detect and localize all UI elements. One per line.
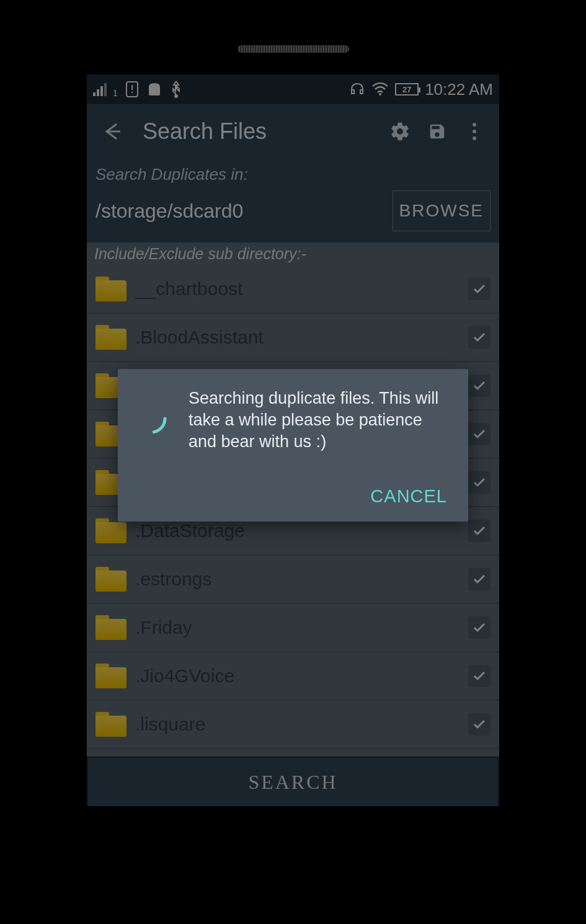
svg-point-10 xyxy=(473,123,476,127)
dialog-actions: CANCEL xyxy=(133,478,453,515)
status-bar: 1 27 10:22 AM xyxy=(87,74,499,104)
svg-rect-3 xyxy=(104,83,107,96)
folder-name: .BloodAssistant xyxy=(135,327,459,348)
battery-icon: 27 xyxy=(395,83,419,96)
sim-number: 1 xyxy=(113,88,118,98)
svg-rect-1 xyxy=(97,89,99,96)
toolbar: Search Files xyxy=(87,104,499,159)
folder-icon xyxy=(95,664,127,688)
folder-name: .estrongs xyxy=(135,569,459,590)
folder-icon xyxy=(95,277,127,301)
svg-point-7 xyxy=(174,94,178,98)
svg-rect-0 xyxy=(93,92,95,96)
folder-name: .Jio4GVoice xyxy=(135,665,459,686)
folder-checkbox[interactable] xyxy=(468,375,491,397)
svg-point-12 xyxy=(473,136,476,140)
sim-alert-icon xyxy=(125,81,139,98)
dialog-message: Searching duplicate files. This will tak… xyxy=(189,388,453,453)
list-item[interactable]: .Jio4GVoice xyxy=(87,652,499,701)
svg-rect-6 xyxy=(131,92,133,93)
folder-icon xyxy=(95,325,127,350)
folder-checkbox[interactable] xyxy=(468,616,491,639)
subdir-label: Include/Exclude sub directory:- xyxy=(87,242,499,265)
headphones-icon xyxy=(349,81,365,97)
list-item[interactable]: .Friday xyxy=(87,604,499,652)
folder-name: __chartboost xyxy=(135,278,459,300)
folder-checkbox[interactable] xyxy=(468,278,491,300)
folder-checkbox[interactable] xyxy=(468,326,491,349)
folder-checkbox[interactable] xyxy=(468,471,491,494)
path-row: /storage/sdcard0 BROWSE xyxy=(95,190,491,231)
usb-icon xyxy=(170,80,182,99)
spinner-icon xyxy=(133,400,170,437)
save-button[interactable] xyxy=(425,119,450,144)
folder-checkbox[interactable] xyxy=(468,665,491,687)
folder-checkbox[interactable] xyxy=(468,713,491,735)
svg-rect-5 xyxy=(131,85,133,90)
browse-button[interactable]: BROWSE xyxy=(393,190,491,231)
settings-button[interactable] xyxy=(388,119,412,144)
svg-point-11 xyxy=(473,130,476,133)
phone-frame: 1 27 10:22 AM xyxy=(58,34,529,890)
folder-checkbox[interactable] xyxy=(468,423,491,445)
status-right: 27 10:22 AM xyxy=(349,80,493,99)
status-time: 10:22 AM xyxy=(425,80,493,99)
more-button[interactable] xyxy=(462,119,487,144)
list-item[interactable]: __chartboost xyxy=(87,265,499,314)
list-item[interactable]: .estrongs xyxy=(87,556,499,604)
folder-checkbox[interactable] xyxy=(468,568,491,590)
android-icon xyxy=(146,82,162,97)
page-title: Search Files xyxy=(143,118,375,144)
svg-point-8 xyxy=(379,93,381,96)
back-button[interactable] xyxy=(99,119,124,144)
speaker-grille xyxy=(238,45,349,53)
folder-name: .Friday xyxy=(135,617,459,638)
folder-checkbox[interactable] xyxy=(468,520,491,542)
screen: 1 27 10:22 AM xyxy=(87,74,499,806)
search-button[interactable]: SEARCH xyxy=(87,757,499,806)
status-left: 1 xyxy=(93,80,182,99)
dialog-content: Searching duplicate files. This will tak… xyxy=(133,388,453,453)
wifi-icon xyxy=(371,82,389,96)
folder-name: .DataStorage xyxy=(135,520,459,541)
path-text: /storage/sdcard0 xyxy=(95,200,385,223)
folder-icon xyxy=(95,712,127,737)
folder-icon xyxy=(95,518,127,543)
folder-icon xyxy=(95,615,127,640)
list-item[interactable]: .lisquare xyxy=(87,701,499,749)
folder-icon xyxy=(95,567,127,592)
cancel-button[interactable]: CANCEL xyxy=(364,478,453,515)
svg-rect-2 xyxy=(100,86,103,96)
signal-icon xyxy=(93,82,110,96)
progress-dialog: Searching duplicate files. This will tak… xyxy=(118,369,468,522)
folder-name: .lisquare xyxy=(135,714,459,735)
search-section: Search Duplicates in: /storage/sdcard0 B… xyxy=(87,159,499,242)
search-label: Search Duplicates in: xyxy=(95,165,491,184)
svg-point-13 xyxy=(138,405,165,432)
list-item[interactable]: .BloodAssistant xyxy=(87,314,499,362)
